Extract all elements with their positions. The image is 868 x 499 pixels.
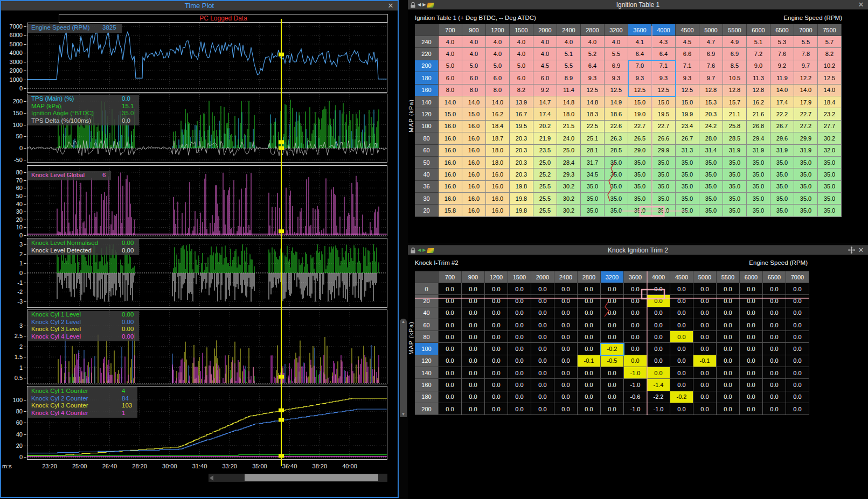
table-cell[interactable]: 31.9 [747, 145, 770, 157]
table-cell[interactable]: 8.2 [818, 48, 842, 60]
table-cell[interactable]: 16.0 [439, 181, 462, 193]
table-cell[interactable]: 0.0 [439, 283, 462, 295]
table-cell[interactable]: 0.0 [508, 355, 531, 367]
col-header[interactable]: 5000 [699, 24, 723, 36]
table-cell[interactable]: 35.0 [699, 168, 723, 180]
table-cell[interactable]: 18.0 [486, 145, 510, 157]
ignition-titlebar[interactable]: ◀ ▶ Ignition Table 1 ✕ [408, 0, 868, 10]
table-cell[interactable]: 34.5 [581, 168, 605, 180]
table-cell[interactable]: 0.0 [763, 343, 786, 355]
table-cell[interactable]: 30.2 [557, 181, 581, 193]
time-plot-titlebar[interactable]: Time Plot ✕ [1, 1, 398, 11]
table-cell[interactable]: 28.5 [723, 132, 747, 144]
table-cell[interactable]: 6.9 [699, 48, 723, 60]
table-cell[interactable]: 4.0 [557, 36, 581, 48]
table-cell[interactable]: 11.3 [747, 72, 770, 84]
table-cell[interactable]: 35.0 [723, 205, 747, 216]
row-header[interactable]: 140 [415, 367, 439, 379]
table-cell[interactable]: 0.0 [439, 307, 462, 319]
table-cell[interactable]: 0.0 [786, 355, 809, 367]
table-cell[interactable]: 14.8 [581, 96, 605, 108]
table-cell[interactable]: 11.9 [770, 72, 794, 84]
scroll-up-arrow-icon[interactable]: ▲ [400, 319, 407, 324]
table-cell[interactable]: 5.5 [605, 48, 628, 60]
table-cell[interactable]: 0.0 [693, 391, 717, 403]
col-header[interactable]: 6500 [770, 24, 794, 36]
table-cell[interactable]: 35.0 [676, 181, 699, 193]
table-cell[interactable]: 0.0 [485, 379, 508, 391]
table-cell[interactable]: 0.0 [693, 367, 717, 379]
table-cell[interactable]: 25.8 [723, 121, 747, 132]
row-header[interactable]: 60 [415, 145, 439, 157]
table-cell[interactable]: 22.6 [605, 121, 628, 132]
table-cell[interactable]: 35.0 [605, 157, 628, 168]
table-cell[interactable]: 5.5 [557, 60, 581, 72]
row-header[interactable]: 50 [415, 157, 439, 168]
row-header[interactable]: 36 [415, 181, 439, 193]
table-cell[interactable]: 35.0 [605, 168, 628, 180]
table-cell[interactable]: 0.0 [531, 331, 554, 343]
table-cell[interactable]: 7.6 [770, 48, 794, 60]
table-cell[interactable]: 0.0 [531, 367, 554, 379]
table-cell[interactable]: 0.0 [670, 331, 693, 343]
row-header[interactable]: 40 [415, 168, 439, 180]
table-cell[interactable]: 0.0 [462, 319, 485, 331]
table-cell[interactable]: 14.0 [770, 85, 794, 96]
col-header[interactable]: 5500 [723, 24, 747, 36]
scroll-left-arrow-icon[interactable] [210, 475, 213, 481]
table-cell[interactable]: -1.0 [647, 403, 670, 415]
table-cell[interactable]: 15.0 [439, 108, 462, 120]
table-cell[interactable]: 16.0 [462, 193, 486, 205]
table-cell[interactable]: -0.2 [670, 391, 693, 403]
table-cell[interactable]: 35.0 [747, 181, 770, 193]
table-cell[interactable]: 4.0 [486, 48, 510, 60]
table-cell[interactable]: 13.9 [510, 96, 533, 108]
table-cell[interactable]: 0.0 [740, 379, 763, 391]
table-cell[interactable]: 0.0 [786, 367, 809, 379]
table-cell[interactable]: 31.7 [581, 157, 605, 168]
table-cell[interactable]: 16.0 [439, 193, 462, 205]
table-cell[interactable]: 0.0 [578, 307, 601, 319]
table-cell[interactable]: 5.2 [581, 48, 605, 60]
table-cell[interactable]: 0.0 [485, 283, 508, 295]
table-cell[interactable]: 0.0 [786, 403, 809, 415]
table-cell[interactable]: 6.4 [628, 48, 652, 60]
table-cell[interactable]: 0.0 [462, 391, 485, 403]
table-cell[interactable]: 16.2 [747, 96, 770, 108]
table-cell[interactable]: 0.0 [624, 295, 647, 307]
row-header[interactable]: 60 [415, 319, 439, 331]
prev-table-icon[interactable]: ◀ [418, 246, 421, 255]
row-header[interactable]: 80 [415, 132, 439, 144]
table-cell[interactable]: 12.5 [652, 85, 676, 96]
table-cell[interactable]: 16.0 [486, 193, 510, 205]
table-cell[interactable]: 7.0 [628, 60, 652, 72]
table-cell[interactable]: 35.0 [770, 181, 794, 193]
table-cell[interactable]: 0.0 [786, 307, 809, 319]
table-cell[interactable]: 25.5 [533, 193, 557, 205]
table-cell[interactable]: -0.6 [624, 391, 647, 403]
table-cell[interactable]: 8.0 [439, 85, 462, 96]
table-cell[interactable]: 35.0 [770, 157, 794, 168]
table-cell[interactable]: 6.9 [723, 48, 747, 60]
table-cell[interactable]: 0.0 [462, 367, 485, 379]
table-cell[interactable]: 9.3 [676, 72, 699, 84]
table-cell[interactable]: 35.0 [723, 168, 747, 180]
table-cell[interactable]: 19.8 [510, 181, 533, 193]
table-cell[interactable]: 22.5 [581, 121, 605, 132]
table-cell[interactable]: 31.9 [770, 145, 794, 157]
table-cell[interactable]: 25.2 [533, 168, 557, 180]
table-cell[interactable]: 0.0 [763, 331, 786, 343]
table-cell[interactable]: 0.0 [578, 319, 601, 331]
table-cell[interactable]: 0.0 [763, 283, 786, 295]
table-cell[interactable]: 22.2 [770, 108, 794, 120]
table-cell[interactable]: 0.0 [601, 331, 624, 343]
table-cell[interactable]: 5.0 [486, 60, 510, 72]
table-cell[interactable]: 12.5 [818, 72, 842, 84]
col-header[interactable]: 1500 [510, 24, 533, 36]
table-cell[interactable]: 0.0 [531, 283, 554, 295]
table-cell[interactable]: 0.0 [647, 343, 670, 355]
table-cell[interactable]: 4.0 [581, 36, 605, 48]
table-cell[interactable]: 18.6 [605, 108, 628, 120]
table-cell[interactable]: 5.0 [439, 60, 462, 72]
table-cell[interactable]: 9.3 [605, 72, 628, 84]
